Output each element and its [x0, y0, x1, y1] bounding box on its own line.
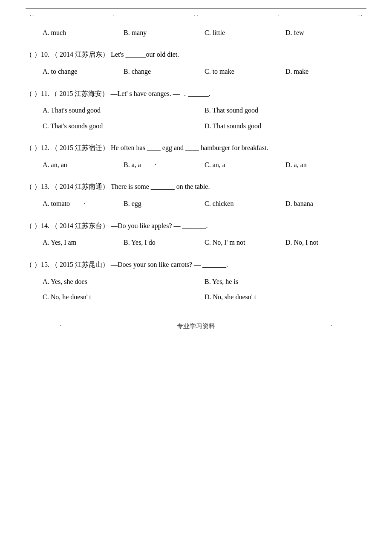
stem-13: （ ）13. （ 2014 江苏南通） There is some ______… [26, 181, 366, 193]
paren-10: （ ） [26, 51, 41, 58]
stem-text-10: Let's ______our old diet. [111, 51, 179, 58]
question-13: （ ）13. （ 2014 江苏南通） There is some ______… [26, 181, 366, 210]
option-12-C: C. an, a [205, 159, 285, 171]
options-14: A. Yes, I am B. Yes, I do C. No, I' m no… [26, 236, 366, 249]
year-13: （ 2014 江苏南通） [51, 183, 109, 190]
option-13-C: C. chicken [205, 197, 285, 210]
option-10-B: B. change [124, 65, 205, 78]
option-A: A. much [43, 26, 124, 39]
option-10-A: A. to change [43, 65, 124, 78]
option-14-B: B. Yes, I do [124, 236, 205, 249]
option-14-D: D. No, I not [285, 236, 366, 249]
year-10: （ 2014 江苏启东） [51, 51, 109, 58]
options-10: A. to change B. change C. to make D. mak… [26, 65, 366, 78]
option-B: B. many [124, 26, 205, 39]
options-prev: A. much B. many C. little D. few [26, 26, 366, 39]
option-14-C: C. No, I' m not [205, 236, 285, 249]
stem-text-14: —Do you like apples? — _______. [111, 222, 208, 229]
option-12-A: A. an, an [43, 159, 124, 171]
option-13-A: A. tomato · [43, 197, 124, 210]
paren-12: （ ） [26, 144, 41, 151]
stem-15: （ ）15. （ 2015 江苏昆山） —Does your son like … [26, 259, 366, 271]
number-15: 15 [41, 261, 48, 268]
top-dots: · · · · · · · · [26, 12, 366, 19]
question-prev: A. much B. many C. little D. few [26, 26, 366, 39]
question-10: （ ）10. （ 2014 江苏启东） Let's ______our old … [26, 49, 366, 78]
paren-11: （ ） [26, 90, 41, 97]
stem-14: （ ）14. （ 2014 江苏东台） —Do you like apples?… [26, 220, 366, 232]
option-C: C. little [205, 26, 285, 39]
number-14: 14 [41, 222, 48, 229]
option-11-A: A. That's sound good [43, 104, 205, 117]
option-10-C: C. to make [205, 65, 285, 78]
year-14: （ 2014 江苏东台） [51, 222, 109, 229]
number-13: 13 [41, 183, 48, 190]
year-11: （ 2015 江苏海安） [51, 90, 109, 97]
stem-12: （ ）12. （ 2015 江苏宿迁） He often has ____ eg… [26, 142, 366, 154]
option-11-D: D. That sounds good [205, 120, 366, 133]
option-13-D: D. banana [285, 197, 366, 210]
question-11: （ ）11. （ 2015 江苏海安） —Let' s have oranges… [26, 88, 366, 133]
paren-13: （ ） [26, 183, 41, 190]
option-15-B: B. Yes, he is [205, 275, 366, 288]
stem-text-15: —Does your son like carrots? — _______. [111, 261, 228, 268]
paren-14: （ ） [26, 222, 41, 229]
option-13-B: B. egg [124, 197, 205, 210]
stem-10: （ ）10. （ 2014 江苏启东） Let's ______our old … [26, 49, 366, 61]
question-12: （ ）12. （ 2015 江苏宿迁） He often has ____ eg… [26, 142, 366, 171]
option-12-B: B. a, a · [124, 159, 205, 171]
stem-text-11: —Let' s have oranges. — ．______. [110, 90, 210, 97]
option-10-D: D. make [285, 65, 366, 78]
footer-dots: · 专业学习资料 · [26, 321, 366, 330]
stem-text-13: There is some _______ on the table. [111, 183, 210, 190]
number-10: 10 [41, 51, 48, 58]
stem-text-12: He often has ____ egg and ____ hamburger… [111, 144, 268, 151]
number-11: 11 [41, 90, 47, 97]
options-11: A. That's sound good B. That sound good … [26, 104, 366, 133]
options-13: A. tomato · B. egg C. chicken D. banana [26, 197, 366, 210]
option-14-A: A. Yes, I am [43, 236, 124, 249]
option-11-B: B. That sound good [205, 104, 366, 117]
option-15-A: A. Yes, she does [43, 275, 205, 288]
options-15: A. Yes, she does B. Yes, he is C. No, he… [26, 275, 366, 304]
footer-label: 专业学习资料 [177, 322, 215, 330]
footer-dot-right: · [331, 322, 332, 330]
option-15-D: D. No, she doesn' t [205, 291, 366, 304]
stem-11: （ ）11. （ 2015 江苏海安） —Let' s have oranges… [26, 88, 366, 100]
paren-15: （ ） [26, 261, 41, 268]
question-15: （ ）15. （ 2015 江苏昆山） —Does your son like … [26, 259, 366, 304]
year-12: （ 2015 江苏宿迁） [51, 144, 109, 151]
option-D: D. few [285, 26, 366, 39]
footer-dot-left: · [60, 322, 61, 330]
year-15: （ 2015 江苏昆山） [51, 261, 109, 268]
option-11-C: C. That's sounds good [43, 120, 205, 133]
top-divider [26, 9, 366, 9]
options-12: A. an, an B. a, a · C. an, a D. a, an [26, 159, 366, 171]
option-12-D: D. a, an [285, 159, 366, 171]
option-15-C: C. No, he doesn' t [43, 291, 205, 304]
question-14: （ ）14. （ 2014 江苏东台） —Do you like apples?… [26, 220, 366, 249]
number-12: 12 [41, 144, 48, 151]
footer: · 专业学习资料 · [26, 321, 366, 330]
